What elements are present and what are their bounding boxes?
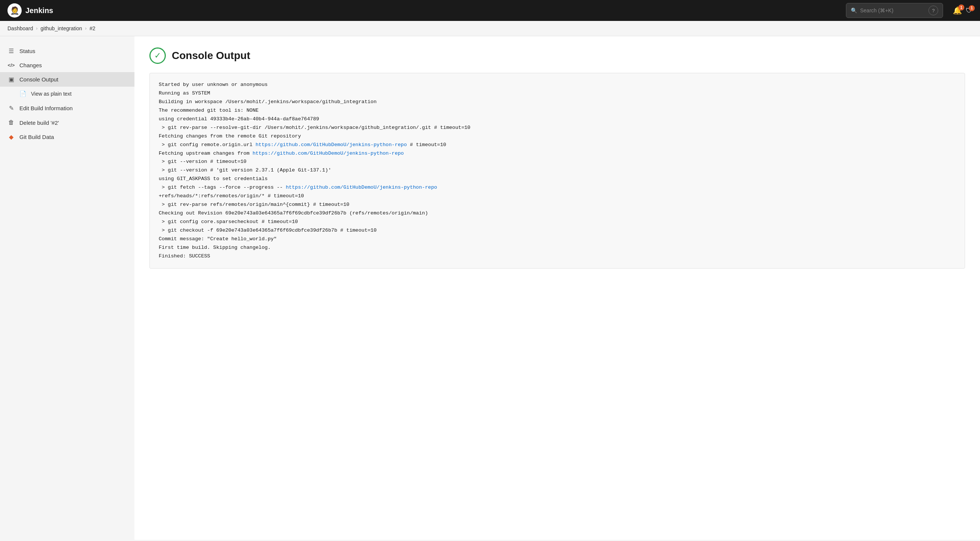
search-input[interactable] — [860, 8, 926, 13]
console-line: Started by user unknown or anonymous — [159, 81, 956, 89]
main-content: ✓ Console Output Started by user unknown… — [134, 36, 980, 540]
edit-icon: ✎ — [8, 105, 15, 112]
console-line: > git --version # 'git version 2.37.1 (A… — [159, 166, 956, 175]
sidebar-label-status: Status — [19, 48, 35, 54]
search-area: 🔍 ? — [846, 3, 943, 18]
breadcrumb-sep-2: › — [85, 26, 87, 31]
console-icon: ▣ — [8, 76, 15, 83]
console-line: > git rev-parse refs/remotes/origin/main… — [159, 200, 956, 209]
console-line: First time build. Skipping changelog. — [159, 243, 956, 252]
sidebar-item-delete-build[interactable]: 🗑 Delete build '#2' — [0, 115, 134, 130]
page-header: ✓ Console Output — [150, 48, 965, 64]
sidebar-label-edit: Edit Build Information — [19, 105, 73, 111]
sidebar-item-changes[interactable]: </> Changes — [0, 58, 134, 72]
console-line: > git config remote.origin.url https://g… — [159, 141, 956, 150]
console-line: Checking out Revision 69e20e743a03e64365… — [159, 209, 956, 218]
app-title: Jenkins — [25, 6, 53, 15]
logo-icon: 🤵 — [8, 3, 22, 18]
console-line: Finished: SUCCESS — [159, 252, 956, 261]
sidebar-label-plain-text: View as plain text — [31, 91, 72, 97]
console-line: using GIT_ASKPASS to set credentials — [159, 175, 956, 183]
success-icon: ✓ — [150, 48, 166, 64]
console-line: Fetching upstream changes from https://g… — [159, 150, 956, 158]
sidebar: ☰ Status </> Changes ▣ Console Output 📄 … — [0, 36, 134, 540]
console-line: > git rev-parse --resolve-git-dir /Users… — [159, 124, 956, 132]
logo[interactable]: 🤵 Jenkins — [8, 3, 53, 18]
delete-icon: 🗑 — [8, 119, 15, 126]
search-icon: 🔍 — [851, 8, 857, 13]
console-line: > git --version # timeout=10 — [159, 158, 956, 166]
search-box[interactable]: 🔍 ? — [846, 3, 943, 18]
console-line: Building in workspace /Users/mohit/.jenk… — [159, 98, 956, 107]
console-line: Fetching changes from the remote Git rep… — [159, 132, 956, 141]
header-icons: 🔔 1 🛡 1 — [953, 6, 972, 15]
sidebar-item-console-output[interactable]: ▣ Console Output — [0, 72, 134, 87]
breadcrumb-sep-1: › — [36, 26, 38, 31]
console-link[interactable]: https://github.com/GitHubDemoU/jenkins-p… — [255, 142, 407, 148]
security-button[interactable]: 🛡 1 — [966, 7, 972, 14]
sidebar-label-git: Git Build Data — [19, 134, 54, 140]
status-icon: ☰ — [8, 48, 15, 54]
breadcrumb-project[interactable]: github_integration — [41, 25, 82, 31]
console-line: The recommended git tool is: NONE — [159, 107, 956, 115]
notification-badge: 1 — [958, 5, 964, 10]
console-link[interactable]: https://github.com/GitHubDemoU/jenkins-p… — [286, 185, 437, 190]
notifications-button[interactable]: 🔔 1 — [953, 6, 962, 15]
sidebar-item-edit-build[interactable]: ✎ Edit Build Information — [0, 101, 134, 115]
console-link[interactable]: https://github.com/GitHubDemoU/jenkins-p… — [253, 151, 404, 156]
git-icon: ◆ — [8, 134, 15, 140]
breadcrumb: Dashboard › github_integration › #2 — [0, 21, 980, 36]
sidebar-label-console: Console Output — [19, 76, 58, 83]
console-output-block: Started by user unknown or anonymousRunn… — [150, 73, 965, 269]
sidebar-item-status[interactable]: ☰ Status — [0, 44, 134, 58]
console-line: using credential 49333b4e-26ab-40b4-944a… — [159, 115, 956, 124]
header: 🤵 Jenkins 🔍 ? 🔔 1 🛡 1 — [0, 0, 980, 21]
page-layout: ☰ Status </> Changes ▣ Console Output 📄 … — [0, 36, 980, 540]
breadcrumb-build[interactable]: #2 — [90, 25, 95, 31]
breadcrumb-dashboard[interactable]: Dashboard — [8, 25, 33, 31]
console-line: > git fetch --tags --force --progress --… — [159, 183, 956, 192]
console-line: Running as SYSTEM — [159, 89, 956, 98]
help-button[interactable]: ? — [929, 6, 938, 15]
console-line: > git config core.sparsecheckout # timeo… — [159, 218, 956, 226]
console-line: +refs/heads/*:refs/remotes/origin/* # ti… — [159, 192, 956, 200]
page-title: Console Output — [172, 50, 250, 62]
console-line: > git checkout -f 69e20e743a03e64365a7f6… — [159, 226, 956, 235]
sidebar-item-view-plain-text[interactable]: 📄 View as plain text — [0, 87, 134, 101]
security-badge: 1 — [969, 5, 975, 11]
sidebar-item-git-build-data[interactable]: ◆ Git Build Data — [0, 130, 134, 144]
sidebar-label-changes: Changes — [19, 62, 42, 68]
console-line: Commit message: "Create hello_world.py" — [159, 235, 956, 243]
plain-text-icon: 📄 — [19, 91, 27, 97]
sidebar-label-delete: Delete build '#2' — [19, 119, 59, 126]
changes-icon: </> — [8, 62, 15, 68]
